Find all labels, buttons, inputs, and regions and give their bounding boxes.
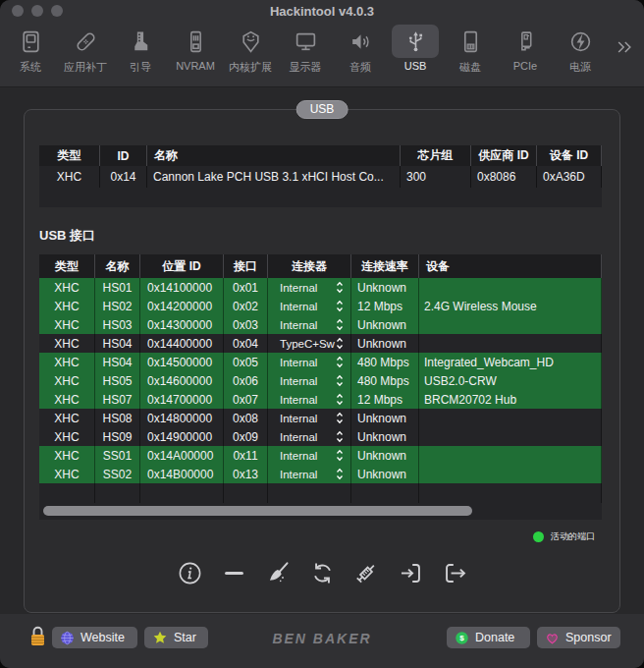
usb-tab-pill[interactable]: USB [296, 100, 349, 119]
app-window: Hackintool v4.0.3 系统 应用补丁 [0, 0, 644, 668]
col-header[interactable]: 连接器 [268, 254, 351, 278]
chevron-updown-icon [336, 356, 344, 368]
table-row[interactable]: XHC SS01 0x14A00000 0x11 Internal Unknow… [39, 446, 602, 465]
col-header[interactable]: 位置 ID [140, 254, 224, 278]
tab-boot[interactable]: 引导 [116, 25, 165, 75]
col-header[interactable]: 类型 [39, 145, 100, 166]
tab-patches[interactable]: 应用补丁 [61, 25, 110, 75]
cell-type: XHC [39, 334, 95, 353]
cell-port: 0x05 [224, 353, 268, 371]
table-row[interactable]: XHC HS04 0x14500000 0x05 Internal 480 Mb… [39, 353, 602, 371]
col-header[interactable]: 名称 [147, 145, 401, 166]
connector-value: TypeC+Sw [280, 338, 335, 350]
refresh-icon[interactable] [308, 559, 336, 586]
chevron-updown-icon [336, 430, 344, 443]
connector-dropdown[interactable]: Internal [268, 371, 351, 390]
inject-icon[interactable] [352, 559, 380, 586]
tab-display[interactable]: 显示器 [281, 25, 330, 75]
chevron-updown-icon [336, 412, 344, 424]
table-row[interactable]: XHC HS03 0x14300000 0x03 Internal Unknow… [39, 315, 602, 334]
import-icon[interactable] [397, 559, 424, 586]
star-button[interactable]: Star [144, 627, 208, 648]
connector-dropdown[interactable]: Internal [268, 446, 351, 465]
tab-nvram[interactable]: NVRAM [171, 25, 220, 72]
col-header[interactable]: 供应商 ID [471, 145, 537, 166]
clean-icon[interactable] [264, 559, 292, 586]
cell-device-id: 0xA36D [537, 166, 602, 188]
table-row[interactable]: XHC 0x14 Cannon Lake PCH USB 3.1 xHCI Ho… [39, 166, 602, 188]
col-header[interactable]: 接口 [224, 254, 268, 278]
table-row[interactable]: XHC HS05 0x14600000 0x06 Internal 480 Mb… [39, 371, 602, 390]
chevron-updown-icon [336, 300, 344, 312]
table-row[interactable]: XHC HS08 0x14800000 0x08 Internal Unknow… [39, 409, 602, 427]
remove-icon[interactable] [220, 559, 247, 586]
table-row[interactable]: XHC HS01 0x14100000 0x01 Internal Unknow… [39, 278, 602, 297]
col-header[interactable]: 名称 [95, 254, 140, 278]
tab-power[interactable]: 电源 [556, 25, 605, 75]
website-button[interactable]: Website [52, 627, 137, 648]
tab-kexts[interactable]: 内核扩展 [226, 25, 275, 75]
display-icon [282, 25, 329, 58]
cell-device: BRCM20702 Hub [419, 390, 602, 409]
connector-dropdown[interactable]: Internal [268, 390, 351, 409]
cell-speed: Unknown [351, 409, 419, 427]
cell-name: HS07 [95, 390, 140, 409]
connector-dropdown[interactable]: Internal [268, 278, 351, 297]
cell-speed: 480 Mbps [351, 371, 419, 390]
cell-port: 0x08 [224, 409, 268, 427]
info-icon[interactable] [176, 559, 203, 586]
cell-device [419, 427, 602, 446]
cell-location-id: 0x14400000 [140, 334, 224, 353]
tab-usb[interactable]: USB [391, 25, 440, 72]
export-icon[interactable] [441, 559, 468, 586]
table-row[interactable]: XHC HS09 0x14900000 0x09 Internal Unknow… [39, 427, 602, 446]
lock-icon[interactable] [28, 625, 47, 648]
col-header[interactable]: 芯片组 [401, 145, 471, 166]
active-port-label: 活动的端口 [551, 530, 595, 543]
tab-system[interactable]: 系统 [6, 25, 55, 75]
connector-dropdown[interactable]: Internal [268, 353, 351, 371]
table-row[interactable]: XHC HS04 0x14400000 0x04 TypeC+Sw Unknow… [39, 334, 602, 353]
power-icon [557, 25, 604, 58]
scrollbar-thumb[interactable] [43, 506, 472, 516]
connector-value: Internal [280, 469, 317, 480]
website-label: Website [80, 631, 125, 644]
donate-label: Donate [475, 631, 514, 644]
col-header[interactable]: ID [100, 145, 147, 166]
chevron-updown-icon [336, 374, 344, 387]
horizontal-scrollbar[interactable] [39, 503, 602, 520]
cell-type: XHC [39, 465, 95, 483]
window-title: Hackintool v4.0.3 [0, 0, 644, 22]
cell-device: USB2.0-CRW [419, 371, 602, 390]
table-row[interactable]: XHC HS02 0x14200000 0x02 Internal 12 Mbp… [39, 297, 602, 315]
connector-dropdown[interactable]: Internal [268, 409, 351, 427]
toolbar-overflow-button[interactable] [615, 37, 634, 57]
connector-dropdown[interactable]: Internal [268, 315, 351, 334]
tab-audio[interactable]: 音频 [336, 25, 385, 75]
col-header[interactable]: 设备 ID [537, 145, 602, 166]
cell-speed: 12 Mbps [351, 297, 419, 315]
donate-button[interactable]: $ Donate [447, 627, 530, 648]
sponsor-button[interactable]: Sponsor [537, 627, 620, 648]
cell-name: HS02 [95, 297, 140, 315]
cell-port: 0x04 [224, 334, 268, 353]
cell-location-id: 0x14100000 [140, 278, 224, 297]
cell-speed: Unknown [351, 315, 419, 334]
cell-port: 0x06 [224, 371, 268, 390]
connector-dropdown[interactable]: TypeC+Sw [268, 334, 351, 353]
table-row[interactable]: XHC SS02 0x14B00000 0x13 Internal Unknow… [39, 465, 602, 483]
col-header[interactable]: 连接速率 [351, 254, 419, 278]
cell-location-id: 0x14900000 [140, 427, 224, 446]
table-row[interactable]: XHC HS07 0x14700000 0x07 Internal 12 Mbp… [39, 390, 602, 409]
tab-disks[interactable]: 磁盘 [446, 25, 495, 75]
connector-dropdown[interactable]: Internal [268, 297, 351, 315]
cell-speed: 12 Mbps [351, 390, 419, 409]
connector-dropdown[interactable]: Internal [268, 465, 351, 483]
pcie-icon [502, 25, 549, 58]
patch-icon [62, 25, 109, 58]
col-header[interactable]: 设备 [419, 254, 602, 278]
cell-name: HS09 [95, 427, 140, 446]
col-header[interactable]: 类型 [39, 254, 95, 278]
connector-dropdown[interactable]: Internal [268, 427, 351, 446]
tab-pcie[interactable]: PCIe [501, 25, 550, 72]
